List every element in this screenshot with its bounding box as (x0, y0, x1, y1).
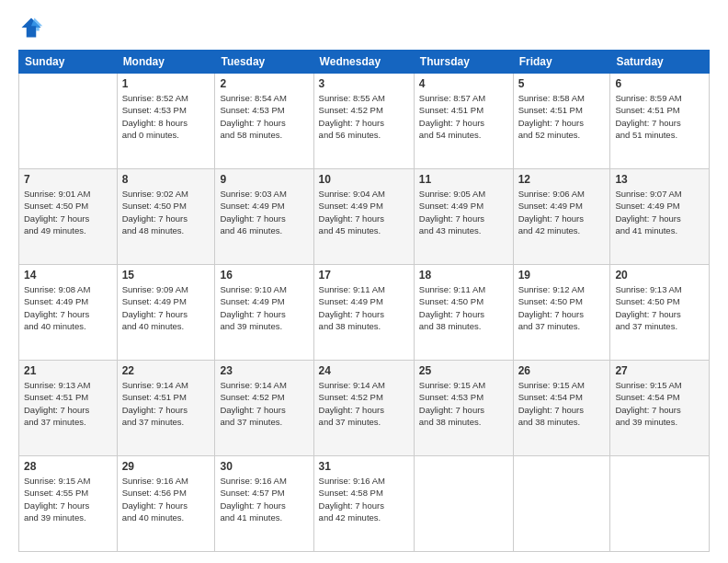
day-number: 18 (419, 269, 508, 282)
header (18, 15, 710, 40)
weekday-header-wednesday: Wednesday (313, 51, 414, 74)
calendar-day-19: 19Sunrise: 9:12 AMSunset: 4:50 PMDayligh… (513, 265, 610, 361)
day-info: Sunrise: 9:14 AMSunset: 4:52 PMDaylight:… (220, 379, 308, 428)
calendar-day-27: 27Sunrise: 9:15 AMSunset: 4:54 PMDayligh… (610, 361, 710, 456)
calendar-day-21: 21Sunrise: 9:13 AMSunset: 4:51 PMDayligh… (19, 361, 118, 456)
calendar-header-row: SundayMondayTuesdayWednesdayThursdayFrid… (19, 51, 710, 74)
day-number: 3 (319, 77, 409, 90)
calendar-day-empty (414, 456, 513, 552)
calendar-day-26: 26Sunrise: 9:15 AMSunset: 4:54 PMDayligh… (513, 361, 610, 456)
calendar-day-15: 15Sunrise: 9:09 AMSunset: 4:49 PMDayligh… (117, 265, 215, 361)
day-number: 27 (615, 364, 704, 377)
day-number: 7 (24, 173, 112, 186)
page: SundayMondayTuesdayWednesdayThursdayFrid… (0, 0, 728, 563)
day-info: Sunrise: 9:08 AMSunset: 4:49 PMDaylight:… (24, 283, 112, 332)
calendar-day-16: 16Sunrise: 9:10 AMSunset: 4:49 PMDayligh… (215, 265, 313, 361)
calendar-day-29: 29Sunrise: 9:16 AMSunset: 4:56 PMDayligh… (117, 456, 215, 552)
day-number: 9 (220, 173, 308, 186)
day-info: Sunrise: 9:04 AMSunset: 4:49 PMDaylight:… (319, 188, 409, 236)
day-info: Sunrise: 8:52 AMSunset: 4:53 PMDaylight:… (122, 92, 210, 141)
calendar-day-empty (610, 456, 710, 552)
day-number: 29 (122, 460, 210, 473)
calendar-week-row: 7Sunrise: 9:01 AMSunset: 4:50 PMDaylight… (19, 169, 710, 265)
calendar-day-1: 1Sunrise: 8:52 AMSunset: 4:53 PMDaylight… (117, 74, 215, 169)
weekday-header-tuesday: Tuesday (215, 51, 313, 74)
day-info: Sunrise: 9:06 AMSunset: 4:49 PMDaylight:… (518, 188, 606, 236)
calendar-day-23: 23Sunrise: 9:14 AMSunset: 4:52 PMDayligh… (215, 361, 313, 456)
weekday-header-saturday: Saturday (610, 51, 710, 74)
day-info: Sunrise: 9:03 AMSunset: 4:49 PMDaylight:… (220, 188, 308, 236)
day-info: Sunrise: 9:11 AMSunset: 4:49 PMDaylight:… (319, 283, 409, 332)
day-number: 22 (122, 364, 210, 377)
day-info: Sunrise: 9:14 AMSunset: 4:51 PMDaylight:… (122, 379, 210, 428)
day-number: 4 (419, 77, 508, 90)
day-number: 16 (220, 269, 308, 282)
day-info: Sunrise: 9:05 AMSunset: 4:49 PMDaylight:… (419, 188, 508, 236)
day-info: Sunrise: 9:07 AMSunset: 4:49 PMDaylight:… (615, 188, 704, 236)
day-number: 8 (122, 173, 210, 186)
calendar-day-9: 9Sunrise: 9:03 AMSunset: 4:49 PMDaylight… (215, 169, 313, 265)
weekday-header-sunday: Sunday (19, 51, 118, 74)
day-info: Sunrise: 9:09 AMSunset: 4:49 PMDaylight:… (122, 283, 210, 332)
day-number: 24 (319, 364, 409, 377)
calendar-week-row: 14Sunrise: 9:08 AMSunset: 4:49 PMDayligh… (19, 265, 710, 361)
day-info: Sunrise: 8:54 AMSunset: 4:53 PMDaylight:… (220, 92, 308, 141)
day-number: 12 (518, 173, 606, 186)
calendar-day-empty (19, 74, 118, 169)
calendar-day-11: 11Sunrise: 9:05 AMSunset: 4:49 PMDayligh… (414, 169, 513, 265)
calendar-day-empty (513, 456, 610, 552)
day-number: 20 (615, 269, 704, 282)
day-info: Sunrise: 9:14 AMSunset: 4:52 PMDaylight:… (319, 379, 409, 428)
calendar-day-24: 24Sunrise: 9:14 AMSunset: 4:52 PMDayligh… (313, 361, 414, 456)
calendar-day-8: 8Sunrise: 9:02 AMSunset: 4:50 PMDaylight… (117, 169, 215, 265)
calendar-day-2: 2Sunrise: 8:54 AMSunset: 4:53 PMDaylight… (215, 74, 313, 169)
day-info: Sunrise: 9:15 AMSunset: 4:54 PMDaylight:… (615, 379, 704, 428)
day-number: 17 (319, 269, 409, 282)
calendar-day-7: 7Sunrise: 9:01 AMSunset: 4:50 PMDaylight… (19, 169, 118, 265)
calendar-day-30: 30Sunrise: 9:16 AMSunset: 4:57 PMDayligh… (215, 456, 313, 552)
day-info: Sunrise: 9:12 AMSunset: 4:50 PMDaylight:… (518, 283, 606, 332)
day-info: Sunrise: 9:15 AMSunset: 4:55 PMDaylight:… (24, 475, 112, 523)
calendar-day-31: 31Sunrise: 9:16 AMSunset: 4:58 PMDayligh… (313, 456, 414, 552)
calendar-day-28: 28Sunrise: 9:15 AMSunset: 4:55 PMDayligh… (19, 456, 118, 552)
calendar: SundayMondayTuesdayWednesdayThursdayFrid… (18, 50, 710, 552)
calendar-day-14: 14Sunrise: 9:08 AMSunset: 4:49 PMDayligh… (19, 265, 118, 361)
calendar-day-13: 13Sunrise: 9:07 AMSunset: 4:49 PMDayligh… (610, 169, 710, 265)
day-info: Sunrise: 8:59 AMSunset: 4:51 PMDaylight:… (615, 92, 704, 141)
day-number: 5 (518, 77, 606, 90)
calendar-day-18: 18Sunrise: 9:11 AMSunset: 4:50 PMDayligh… (414, 265, 513, 361)
day-info: Sunrise: 9:13 AMSunset: 4:50 PMDaylight:… (615, 283, 704, 332)
weekday-header-monday: Monday (117, 51, 215, 74)
day-number: 30 (220, 460, 308, 473)
day-info: Sunrise: 9:15 AMSunset: 4:54 PMDaylight:… (518, 379, 606, 428)
calendar-day-12: 12Sunrise: 9:06 AMSunset: 4:49 PMDayligh… (513, 169, 610, 265)
day-number: 31 (319, 460, 409, 473)
day-number: 26 (518, 364, 606, 377)
calendar-day-17: 17Sunrise: 9:11 AMSunset: 4:49 PMDayligh… (313, 265, 414, 361)
day-number: 25 (419, 364, 508, 377)
calendar-day-22: 22Sunrise: 9:14 AMSunset: 4:51 PMDayligh… (117, 361, 215, 456)
logo (18, 15, 48, 40)
day-info: Sunrise: 9:16 AMSunset: 4:56 PMDaylight:… (122, 475, 210, 523)
day-info: Sunrise: 9:11 AMSunset: 4:50 PMDaylight:… (419, 283, 508, 332)
calendar-day-6: 6Sunrise: 8:59 AMSunset: 4:51 PMDaylight… (610, 74, 710, 169)
day-number: 1 (122, 77, 210, 90)
day-info: Sunrise: 8:55 AMSunset: 4:52 PMDaylight:… (319, 92, 409, 141)
day-number: 10 (319, 173, 409, 186)
day-number: 28 (24, 460, 112, 473)
calendar-day-3: 3Sunrise: 8:55 AMSunset: 4:52 PMDaylight… (313, 74, 414, 169)
day-info: Sunrise: 8:57 AMSunset: 4:51 PMDaylight:… (419, 92, 508, 141)
day-number: 6 (615, 77, 704, 90)
day-info: Sunrise: 9:15 AMSunset: 4:53 PMDaylight:… (419, 379, 508, 428)
calendar-day-25: 25Sunrise: 9:15 AMSunset: 4:53 PMDayligh… (414, 361, 513, 456)
day-number: 23 (220, 364, 308, 377)
day-number: 2 (220, 77, 308, 90)
calendar-day-20: 20Sunrise: 9:13 AMSunset: 4:50 PMDayligh… (610, 265, 710, 361)
day-info: Sunrise: 9:01 AMSunset: 4:50 PMDaylight:… (24, 188, 112, 236)
day-number: 14 (24, 269, 112, 282)
day-number: 15 (122, 269, 210, 282)
weekday-header-thursday: Thursday (414, 51, 513, 74)
calendar-week-row: 21Sunrise: 9:13 AMSunset: 4:51 PMDayligh… (19, 361, 710, 456)
day-number: 21 (24, 364, 112, 377)
calendar-week-row: 28Sunrise: 9:15 AMSunset: 4:55 PMDayligh… (19, 456, 710, 552)
